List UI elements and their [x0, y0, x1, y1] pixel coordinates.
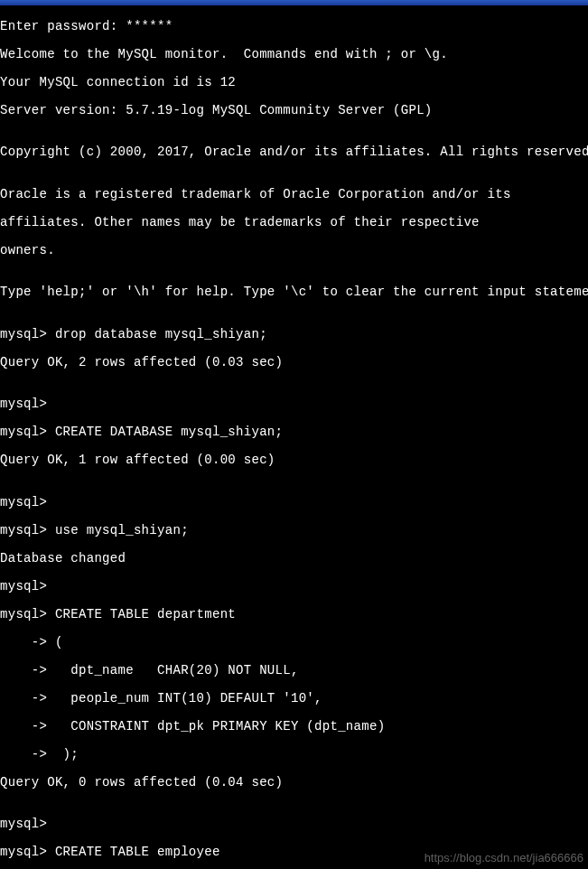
output-line: Query OK, 1 row affected (0.00 sec): [0, 453, 588, 468]
output-line: Query OK, 0 rows affected (0.04 sec): [0, 776, 588, 790]
prompt-line: mysql>: [0, 397, 588, 412]
prompt-line: mysql> CREATE TABLE department: [0, 608, 588, 622]
output-line: Database changed: [0, 552, 588, 566]
output-line: owners.: [0, 244, 588, 258]
watermark-text: https://blog.csdn.net/jia666666: [425, 851, 583, 864]
output-line: Oracle is a registered trademark of Orac…: [0, 188, 588, 202]
continuation-line: -> people_num INT(10) DEFAULT '10',: [0, 692, 588, 706]
prompt-line: mysql>: [0, 496, 588, 510]
prompt-line: mysql> drop database mysql_shiyan;: [0, 328, 588, 342]
output-line: affiliates. Other names may be trademark…: [0, 216, 588, 230]
continuation-line: -> CONSTRAINT dpt_pk PRIMARY KEY (dpt_na…: [0, 720, 588, 734]
output-line: Type 'help;' or '\h' for help. Type '\c'…: [0, 285, 588, 300]
output-line: Query OK, 2 rows affected (0.03 sec): [0, 356, 588, 370]
output-line: Your MySQL connection id is 12: [0, 76, 588, 90]
output-line: Copyright (c) 2000, 2017, Oracle and/or …: [0, 145, 588, 160]
prompt-line: mysql> use mysql_shiyan;: [0, 524, 588, 538]
output-line: Enter password: ******: [0, 20, 588, 34]
prompt-line: mysql>: [0, 580, 588, 594]
continuation-line: -> dpt_name CHAR(20) NOT NULL,: [0, 664, 588, 678]
continuation-line: -> );: [0, 748, 588, 762]
continuation-line: -> (: [0, 636, 588, 650]
terminal-output[interactable]: Enter password: ****** Welcome to the My…: [0, 5, 588, 869]
prompt-line: mysql>: [0, 818, 588, 832]
prompt-line: mysql> CREATE DATABASE mysql_shiyan;: [0, 425, 588, 440]
output-line: Server version: 5.7.19-log MySQL Communi…: [0, 104, 588, 118]
output-line: Welcome to the MySQL monitor. Commands e…: [0, 48, 588, 62]
